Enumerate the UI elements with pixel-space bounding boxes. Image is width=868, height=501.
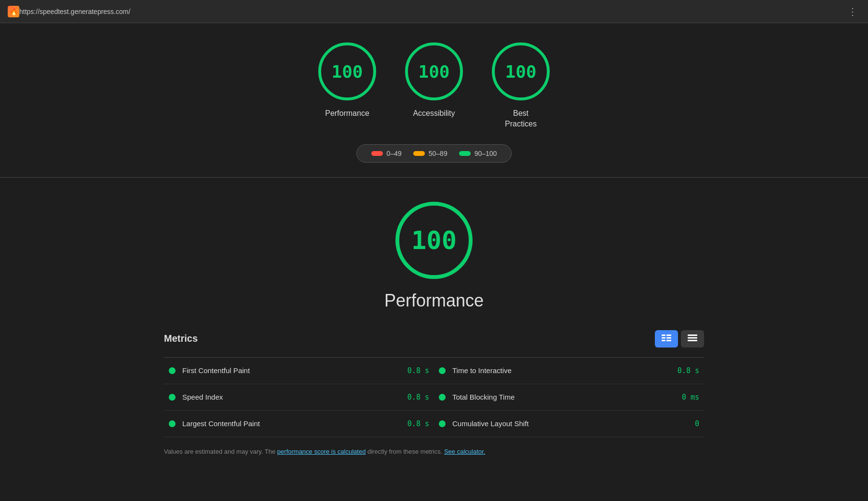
grid-icon xyxy=(662,334,671,343)
footer-link-see-calculator[interactable]: See calculator. xyxy=(444,448,485,455)
svg-rect-1 xyxy=(662,337,665,338)
main-performance-section: 100 Performance Metrics xyxy=(0,178,868,476)
legend-item-green: 90–100 xyxy=(459,150,497,157)
browser-favicon: 🔥 xyxy=(8,6,19,17)
metric-row-cls: Cumulative Layout Shift 0 xyxy=(434,411,704,437)
score-number-accessibility: 100 xyxy=(418,62,449,82)
legend-dot-red xyxy=(371,151,383,156)
svg-rect-4 xyxy=(666,337,671,338)
svg-rect-5 xyxy=(666,340,671,341)
svg-rect-3 xyxy=(666,334,671,336)
metric-dot-tbt xyxy=(439,394,446,401)
metric-row-si: Speed Index 0.8 s xyxy=(164,384,434,411)
svg-rect-8 xyxy=(688,340,697,341)
metric-name-fcp: First Contentful Paint xyxy=(182,366,407,375)
scores-row: 100 Performance 100 Accessibility 100 Be… xyxy=(318,42,550,130)
metric-value-si: 0.8 s xyxy=(407,393,429,402)
metric-name-si: Speed Index xyxy=(182,393,407,401)
score-item-performance: 100 Performance xyxy=(318,42,376,130)
footer-text-middle: directly from these metrics. xyxy=(366,448,444,455)
metrics-title: Metrics xyxy=(164,333,198,344)
metrics-section: Metrics xyxy=(145,330,723,437)
metric-name-tti: Time to Interactive xyxy=(452,366,678,375)
view-toggle xyxy=(655,330,704,348)
browser-bar: 🔥 https://speedtest.generatepress.com/ ⋮ xyxy=(0,0,868,23)
score-label-performance: Performance xyxy=(325,108,369,119)
legend-range-green: 90–100 xyxy=(475,150,497,157)
top-scores-section: 100 Performance 100 Accessibility 100 Be… xyxy=(0,23,868,178)
metric-name-tbt: Total Blocking Time xyxy=(452,393,682,401)
legend-item-red: 0–49 xyxy=(371,150,402,157)
metric-dot-si xyxy=(169,394,176,401)
metric-row-fcp: First Contentful Paint 0.8 s xyxy=(164,358,434,384)
legend-item-orange: 50–89 xyxy=(413,150,448,157)
browser-url: https://speedtest.generatepress.com/ xyxy=(19,8,130,15)
metric-dot-fcp xyxy=(169,367,176,374)
score-item-best-practices: 100 BestPractices xyxy=(492,42,550,130)
browser-menu-icon[interactable]: ⋮ xyxy=(848,6,858,17)
main-score-number: 100 xyxy=(411,226,457,255)
toggle-grid-button[interactable] xyxy=(655,330,678,348)
metrics-header: Metrics xyxy=(164,330,704,348)
score-circle-performance: 100 xyxy=(318,42,376,100)
metric-row-tti: Time to Interactive 0.8 s xyxy=(434,358,704,384)
legend-dot-green xyxy=(459,151,471,156)
metric-row-tbt: Total Blocking Time 0 ms xyxy=(434,384,704,411)
legend-range-orange: 50–89 xyxy=(429,150,448,157)
score-item-accessibility: 100 Accessibility xyxy=(405,42,463,130)
toggle-list-button[interactable] xyxy=(681,330,704,348)
svg-rect-7 xyxy=(688,337,697,338)
metrics-grid: First Contentful Paint 0.8 s Time to Int… xyxy=(164,357,704,437)
metric-value-tti: 0.8 s xyxy=(678,366,699,375)
metric-dot-lcp xyxy=(169,420,176,427)
metric-value-lcp: 0.8 s xyxy=(407,419,429,428)
legend-dot-orange xyxy=(413,151,425,156)
footer-note: Values are estimated and may vary. The p… xyxy=(145,437,723,466)
score-number-best-practices: 100 xyxy=(505,62,536,82)
score-number-performance: 100 xyxy=(331,62,363,82)
main-score-label: Performance xyxy=(384,291,484,311)
legend-range-red: 0–49 xyxy=(387,150,402,157)
main-score-circle: 100 xyxy=(395,202,473,279)
svg-rect-2 xyxy=(662,340,665,341)
score-label-best-practices: BestPractices xyxy=(505,108,537,130)
metric-value-tbt: 0 ms xyxy=(682,393,699,402)
footer-text-before: Values are estimated and may vary. The xyxy=(164,448,277,455)
footer-link-calculator[interactable]: performance score is calculated xyxy=(277,448,366,455)
metric-value-cls: 0 xyxy=(695,419,699,428)
metric-dot-cls xyxy=(439,420,446,427)
metric-row-lcp: Largest Contentful Paint 0.8 s xyxy=(164,411,434,437)
svg-rect-6 xyxy=(688,334,697,336)
score-legend: 0–49 50–89 90–100 xyxy=(356,144,512,163)
score-circle-best-practices: 100 xyxy=(492,42,550,100)
metric-value-fcp: 0.8 s xyxy=(407,366,429,375)
list-icon xyxy=(688,334,697,343)
metric-name-cls: Cumulative Layout Shift xyxy=(452,419,695,428)
metric-dot-tti xyxy=(439,367,446,374)
score-label-accessibility: Accessibility xyxy=(413,108,455,119)
score-circle-accessibility: 100 xyxy=(405,42,463,100)
svg-rect-0 xyxy=(662,334,665,336)
metric-name-lcp: Largest Contentful Paint xyxy=(182,419,407,428)
